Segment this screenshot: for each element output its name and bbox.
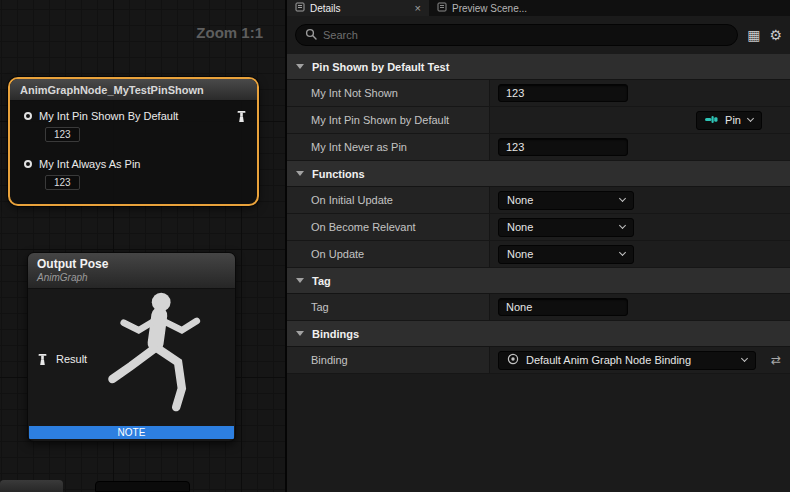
details-tab-icon bbox=[295, 2, 305, 14]
on-initial-update-dropdown[interactable]: None bbox=[498, 191, 634, 210]
search-icon bbox=[305, 26, 317, 44]
chevron-down-icon bbox=[296, 278, 304, 283]
node-body: My Int Pin Shown By Default 123 bbox=[10, 101, 257, 204]
section-title: Functions bbox=[312, 168, 365, 180]
section-title: Pin Shown by Default Test bbox=[312, 61, 449, 73]
row-my-int-never-as-pin: My Int Never as Pin bbox=[287, 134, 790, 161]
dropdown-value: None bbox=[507, 248, 533, 260]
output-node-subtitle: AnimGraph bbox=[37, 272, 226, 283]
chevron-down-icon bbox=[741, 355, 748, 362]
chevron-down-icon bbox=[619, 222, 626, 229]
pin-visibility-dropdown[interactable]: Pin bbox=[696, 111, 762, 130]
pin-row: My Int Pin Shown By Default 123 bbox=[24, 110, 249, 142]
pose-pin-icon bbox=[38, 354, 47, 365]
row-my-int-pin-shown-by-default: My Int Pin Shown by Default Pin bbox=[287, 107, 790, 134]
my-int-never-as-pin-input[interactable] bbox=[498, 138, 628, 156]
row-binding: Binding Default Anim Graph Node Binding … bbox=[287, 347, 790, 374]
property-label: On Become Relevant bbox=[287, 214, 489, 240]
row-tag: Tag bbox=[287, 294, 790, 321]
section-functions[interactable]: Functions bbox=[287, 161, 790, 187]
section-pin-shown-by-default-test[interactable]: Pin Shown by Default Test bbox=[287, 54, 790, 80]
my-int-not-shown-input[interactable] bbox=[498, 84, 628, 102]
row-my-int-not-shown: My Int Not Shown bbox=[287, 80, 790, 107]
node-title[interactable]: AnimGraphNode_MyTestPinShown bbox=[10, 79, 257, 101]
int-pin-icon[interactable] bbox=[24, 160, 32, 168]
chevron-down-icon bbox=[296, 171, 304, 176]
chevron-down-icon bbox=[747, 115, 754, 122]
row-on-become-relevant: On Become Relevant None bbox=[287, 214, 790, 241]
tab-details[interactable]: Details × bbox=[287, 0, 429, 16]
bind-arrows-icon[interactable]: ⇄ bbox=[771, 353, 782, 367]
tag-input[interactable] bbox=[498, 298, 628, 316]
binding-dropdown[interactable]: Default Anim Graph Node Binding bbox=[498, 351, 756, 370]
node-fragment bbox=[95, 481, 190, 492]
property-label: Binding bbox=[287, 347, 489, 373]
search-row: ▦ ⚙ bbox=[287, 16, 790, 54]
dropdown-value: Default Anim Graph Node Binding bbox=[526, 354, 735, 366]
row-on-initial-update: On Initial Update None bbox=[287, 187, 790, 214]
binding-icon bbox=[507, 353, 519, 367]
dropdown-value: None bbox=[507, 221, 533, 233]
display-filter-icon[interactable]: ▦ bbox=[747, 28, 760, 42]
pin-jack-icon[interactable] bbox=[237, 111, 246, 122]
unreal-editor-window: Zoom 1:1 AnimGraphNode_MyTestPinShown My… bbox=[0, 0, 790, 492]
property-label: My Int Not Shown bbox=[287, 80, 489, 106]
section-title: Tag bbox=[312, 275, 331, 287]
tab-label: Preview Scene... bbox=[452, 3, 527, 14]
panel-tab-bar: Details × Preview Scene... bbox=[287, 0, 790, 16]
pin-value-box[interactable]: 123 bbox=[45, 175, 80, 190]
section-bindings[interactable]: Bindings bbox=[287, 321, 790, 347]
chevron-down-icon bbox=[619, 195, 626, 202]
settings-gear-icon[interactable]: ⚙ bbox=[769, 28, 782, 42]
search-input-container[interactable] bbox=[295, 24, 738, 46]
pin-row: My Int Always As Pin 123 bbox=[24, 158, 249, 190]
property-label: Tag bbox=[287, 294, 489, 320]
property-label: On Initial Update bbox=[287, 187, 489, 213]
int-pin-icon[interactable] bbox=[24, 112, 32, 120]
section-title: Bindings bbox=[312, 328, 359, 340]
pin-value-box[interactable]: 123 bbox=[45, 127, 80, 142]
preview-scene-tab-icon bbox=[437, 2, 447, 14]
output-node-header[interactable]: Output Pose AnimGraph bbox=[28, 253, 235, 289]
close-icon[interactable]: × bbox=[415, 3, 421, 14]
pin-icon bbox=[705, 114, 718, 126]
output-node-title: Output Pose bbox=[37, 257, 226, 271]
on-become-relevant-dropdown[interactable]: None bbox=[498, 218, 634, 237]
result-pin[interactable]: Result bbox=[38, 353, 87, 365]
property-label: On Update bbox=[287, 241, 489, 267]
section-tag[interactable]: Tag bbox=[287, 268, 790, 294]
node-fragment bbox=[0, 480, 63, 492]
tab-label: Details bbox=[310, 3, 341, 14]
output-pose-node[interactable]: Output Pose AnimGraph bbox=[27, 252, 236, 442]
pin-label: My Int Pin Shown By Default bbox=[39, 110, 178, 122]
property-label: My Int Pin Shown by Default bbox=[287, 107, 489, 133]
mannequin-image bbox=[99, 289, 229, 439]
note-banner[interactable]: NOTE bbox=[29, 426, 234, 439]
property-label: My Int Never as Pin bbox=[287, 134, 489, 160]
dropdown-value: None bbox=[507, 194, 533, 206]
chevron-down-icon bbox=[296, 64, 304, 69]
search-input[interactable] bbox=[323, 29, 728, 41]
result-pin-label: Result bbox=[56, 353, 87, 365]
zoom-level-label: Zoom 1:1 bbox=[196, 24, 263, 41]
dropdown-value: Pin bbox=[725, 114, 741, 126]
details-panel: Details × Preview Scene... bbox=[285, 0, 790, 492]
tab-preview-scene[interactable]: Preview Scene... bbox=[429, 0, 535, 16]
pin-label: My Int Always As Pin bbox=[39, 158, 140, 170]
anim-graph-canvas[interactable]: Zoom 1:1 AnimGraphNode_MyTestPinShown My… bbox=[0, 0, 285, 492]
chevron-down-icon bbox=[296, 331, 304, 336]
on-update-dropdown[interactable]: None bbox=[498, 245, 634, 264]
row-on-update: On Update None bbox=[287, 241, 790, 268]
anim-graph-node-selected[interactable]: AnimGraphNode_MyTestPinShown My Int Pin … bbox=[8, 77, 259, 206]
chevron-down-icon bbox=[619, 249, 626, 256]
